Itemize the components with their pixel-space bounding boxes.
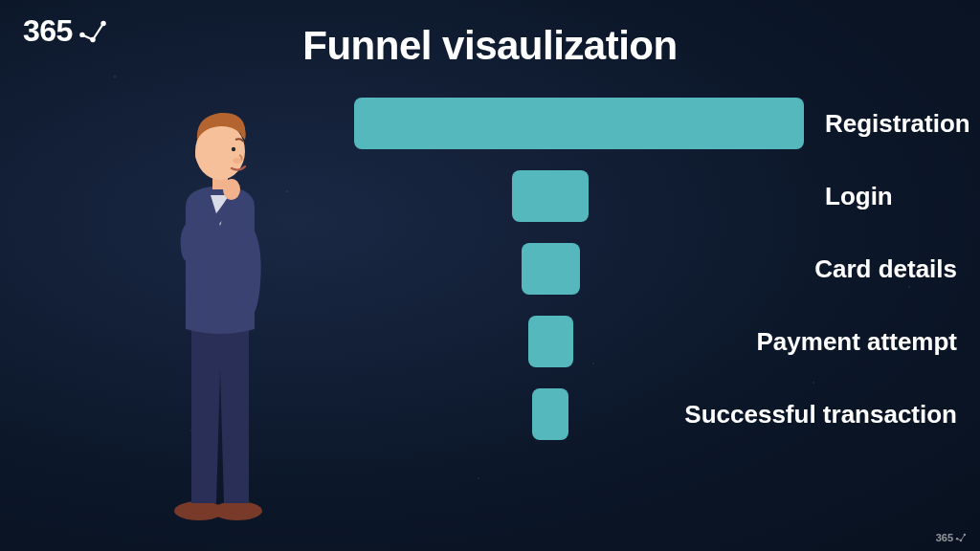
svg-point-10 — [233, 158, 242, 164]
funnel-bar-wrap — [354, 243, 793, 295]
funnel-step-label: Registration — [825, 109, 970, 139]
svg-point-4 — [212, 501, 262, 520]
brand-name-small: 365 — [936, 532, 953, 543]
funnel-bar-wrap — [354, 388, 663, 440]
funnel-step: Successful transaction — [354, 388, 957, 440]
brand-mark-icon — [955, 532, 967, 543]
svg-point-9 — [232, 147, 235, 151]
funnel-chart: RegistrationLoginCard detailsPayment att… — [354, 98, 957, 440]
funnel-bar — [532, 388, 568, 440]
funnel-step-label: Login — [825, 182, 893, 211]
brand-watermark: 365 — [936, 532, 967, 543]
funnel-step-label: Payment attempt — [757, 327, 958, 357]
funnel-bar-wrap — [354, 170, 804, 222]
funnel-step: Registration — [354, 98, 957, 149]
funnel-step: Login — [354, 170, 957, 222]
person-illustration — [153, 82, 287, 522]
funnel-step-label: Successful transaction — [684, 400, 957, 430]
slide-title: Funnel visaulization — [0, 23, 980, 69]
funnel-step: Card details — [354, 243, 957, 295]
svg-point-8 — [195, 146, 207, 164]
funnel-bar — [528, 316, 573, 367]
funnel-bar — [522, 243, 580, 295]
funnel-bar-wrap — [354, 316, 736, 367]
funnel-bar — [354, 98, 804, 149]
funnel-bar-wrap — [354, 98, 804, 149]
funnel-bar — [512, 170, 589, 222]
funnel-step-label: Card details — [814, 254, 957, 284]
funnel-step: Payment attempt — [354, 316, 957, 367]
